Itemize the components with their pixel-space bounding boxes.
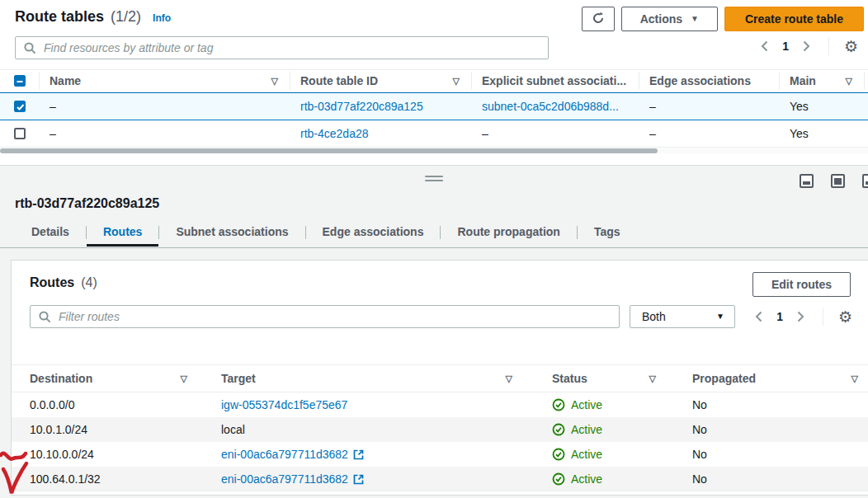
tab-routes[interactable]: Routes bbox=[87, 218, 158, 247]
prev-page-icon[interactable] bbox=[752, 308, 765, 326]
cell-status: Active bbox=[529, 423, 677, 436]
next-page-icon[interactable] bbox=[795, 308, 808, 326]
target-link[interactable]: igw-055374dc1f5e75e67 bbox=[221, 398, 347, 411]
dropdown-value: Both bbox=[642, 310, 666, 323]
status-active-icon bbox=[552, 423, 565, 436]
settings-gear-icon[interactable]: ⚙ bbox=[838, 309, 852, 325]
sort-icon[interactable]: ▽ bbox=[506, 374, 512, 384]
external-link-icon[interactable] bbox=[353, 474, 364, 485]
prev-page-icon[interactable] bbox=[757, 37, 771, 55]
cell-destination: 100.64.0.1/32 bbox=[12, 472, 207, 486]
panel-side-layout-icon[interactable] bbox=[862, 174, 868, 188]
column-header-main[interactable]: Main▽ bbox=[780, 72, 865, 90]
sort-icon[interactable]: ▽ bbox=[181, 374, 187, 384]
route-row: 10.0.1.0/24 local Active No bbox=[12, 417, 868, 442]
divider bbox=[0, 247, 868, 248]
routes-filter bbox=[30, 305, 620, 328]
search-icon bbox=[39, 311, 51, 323]
column-header-destination[interactable]: Destination▽ bbox=[12, 372, 207, 385]
row-checkbox-unchecked[interactable] bbox=[14, 128, 26, 139]
create-route-table-button[interactable]: Create route table bbox=[724, 7, 864, 31]
cell-target: local bbox=[207, 423, 529, 436]
actions-button-label: Actions bbox=[640, 12, 682, 26]
routes-card-header: Routes (4) bbox=[30, 275, 97, 290]
target-link[interactable]: eni-00ac6a797711d3682 bbox=[221, 448, 348, 461]
cell-propagated: No bbox=[677, 472, 868, 486]
panel-split-layout-icon[interactable] bbox=[831, 174, 845, 188]
route-row: 0.0.0.0/0 igw-055374dc1f5e75e67 Active N… bbox=[12, 392, 868, 417]
scrollbar-thumb[interactable] bbox=[0, 148, 658, 153]
info-link[interactable]: Info bbox=[153, 12, 171, 24]
tab-edge-associations[interactable]: Edge associations bbox=[306, 218, 441, 247]
page-count: (1/2) bbox=[111, 8, 141, 26]
edit-routes-button[interactable]: Edit routes bbox=[752, 272, 851, 297]
horizontal-scrollbar bbox=[0, 148, 868, 153]
page-number[interactable]: 1 bbox=[782, 40, 789, 53]
table-header-row: Name▽ Route table ID▽ Explicit subnet as… bbox=[0, 69, 868, 92]
column-header-propagated[interactable]: Propagated▽ bbox=[677, 372, 868, 385]
sort-icon[interactable]: ▽ bbox=[453, 76, 460, 87]
cell-target: igw-055374dc1f5e75e67 bbox=[207, 398, 529, 411]
routes-count: (4) bbox=[81, 275, 97, 290]
sort-icon[interactable]: ▽ bbox=[846, 76, 852, 87]
sort-icon[interactable]: ▽ bbox=[649, 374, 656, 384]
column-header-status[interactable]: Status▽ bbox=[529, 372, 677, 385]
routes-filter-dropdown[interactable]: Both ▼ bbox=[630, 305, 735, 328]
next-page-icon[interactable] bbox=[800, 37, 814, 55]
tab-details[interactable]: Details bbox=[15, 218, 86, 247]
divider bbox=[828, 37, 829, 55]
chevron-down-icon: ▼ bbox=[716, 312, 724, 321]
detail-tabs: Details Routes Subnet associations Edge … bbox=[15, 218, 637, 247]
cell-target: eni-00ac6a797711d3682 bbox=[207, 472, 529, 486]
cell-propagated: No bbox=[677, 423, 868, 436]
select-all-checkbox[interactable] bbox=[14, 75, 26, 87]
cell-name: – bbox=[40, 100, 290, 113]
route-table-id-link[interactable]: rtb-03d77af220c89a125 bbox=[290, 100, 472, 113]
tab-subnet-associations[interactable]: Subnet associations bbox=[159, 218, 304, 247]
routes-card: Routes (4) Edit routes Both ▼ 1 ⚙ bbox=[11, 260, 868, 496]
settings-gear-icon[interactable]: ⚙ bbox=[844, 39, 858, 54]
refresh-button[interactable] bbox=[582, 7, 615, 31]
top-pagination: 1 ⚙ bbox=[757, 37, 858, 55]
table-row: – rtb-4ce2da28 – – Yes bbox=[0, 120, 868, 148]
detail-title: rtb-03d77af220c89a125 bbox=[15, 196, 159, 211]
column-header-route-table-id[interactable]: Route table ID▽ bbox=[290, 72, 472, 90]
routes-filter-input[interactable] bbox=[31, 306, 619, 327]
create-button-label: Create route table bbox=[745, 12, 843, 26]
cell-main: Yes bbox=[780, 127, 865, 140]
cell-status: Active bbox=[529, 448, 677, 461]
cell-name: – bbox=[40, 127, 290, 140]
sort-icon[interactable]: ▽ bbox=[851, 374, 858, 384]
cell-propagated: No bbox=[677, 448, 868, 461]
row-select-cell bbox=[0, 97, 40, 115]
split-panel-drag-handle[interactable] bbox=[425, 176, 443, 184]
tab-tags[interactable]: Tags bbox=[578, 218, 637, 247]
panel-bottom-layout-icon[interactable] bbox=[800, 174, 814, 188]
external-link-icon[interactable] bbox=[353, 449, 364, 460]
tab-route-propagation[interactable]: Route propagation bbox=[441, 218, 576, 247]
actions-button[interactable]: Actions ▼ bbox=[621, 7, 718, 31]
cell-subnet: – bbox=[472, 127, 639, 140]
column-header-target[interactable]: Target▽ bbox=[207, 372, 529, 385]
resource-search bbox=[15, 36, 549, 59]
cell-edge: – bbox=[639, 127, 780, 140]
route-tables-console: Route tables (1/2) Info Actions ▼ Create… bbox=[0, 0, 868, 498]
sort-icon[interactable]: ▽ bbox=[271, 76, 278, 87]
edit-routes-label: Edit routes bbox=[771, 278, 832, 291]
cell-target: eni-00ac6a797711d3682 bbox=[207, 448, 529, 461]
page-number[interactable]: 1 bbox=[776, 310, 783, 323]
row-checkbox-checked[interactable] bbox=[14, 101, 26, 112]
column-header-edge-associations[interactable]: Edge associations bbox=[639, 72, 780, 90]
column-header-name[interactable]: Name▽ bbox=[40, 72, 290, 90]
status-active-icon bbox=[552, 448, 565, 461]
status-active-icon bbox=[552, 472, 565, 486]
cell-destination: 0.0.0.0/0 bbox=[12, 398, 207, 411]
subnet-association-link[interactable]: subnet-0ca5c2d06b988d... bbox=[472, 100, 639, 113]
target-link[interactable]: eni-00ac6a797711d3682 bbox=[221, 472, 348, 486]
column-header-explicit-subnet[interactable]: Explicit subnet associati... bbox=[472, 72, 639, 90]
route-row: 10.10.0.0/24 eni-00ac6a797711d3682 Activ… bbox=[12, 442, 868, 467]
route-table-id-link[interactable]: rtb-4ce2da28 bbox=[290, 127, 472, 140]
status-active-icon bbox=[552, 398, 565, 411]
cell-status: Active bbox=[529, 472, 677, 486]
search-input[interactable] bbox=[16, 37, 548, 59]
